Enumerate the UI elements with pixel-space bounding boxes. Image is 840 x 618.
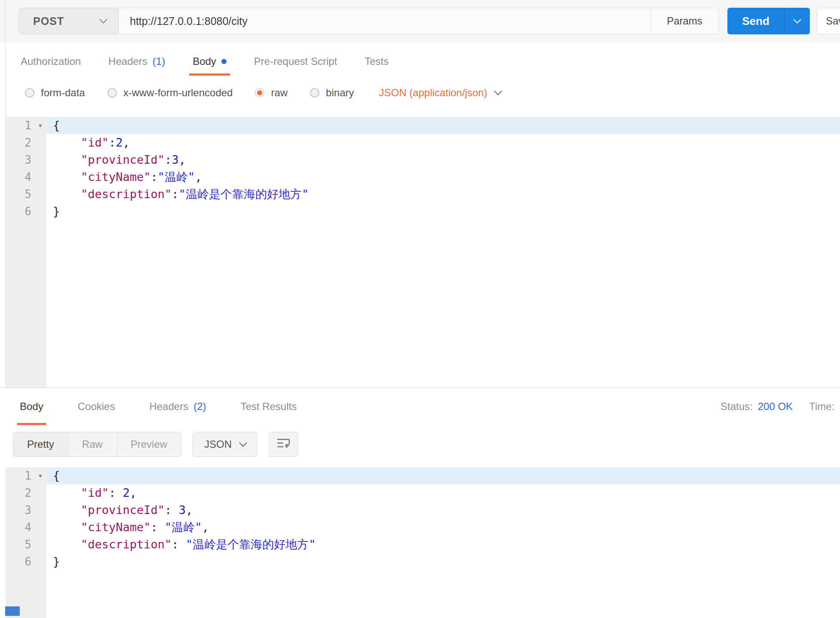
body-mode-binary[interactable]: binary [310, 87, 354, 99]
chevron-down-icon [99, 15, 107, 23]
code-line[interactable]: "provinceId":3, [46, 151, 840, 168]
request-tabs: Authorization Headers (1) Body Pre-reque… [0, 47, 840, 76]
content-type-label: JSON (application/json) [379, 87, 487, 99]
tab-tests[interactable]: Tests [365, 47, 389, 76]
method-dropdown[interactable]: POST [19, 8, 119, 34]
body-mode-raw[interactable]: raw [255, 87, 288, 99]
send-button-label[interactable]: Send [727, 8, 784, 34]
request-body-editor[interactable]: 1▾23456 { "id":2, "provinceId":3, "cityN… [0, 117, 840, 388]
code-token: : [165, 503, 179, 517]
tab-body[interactable]: Body [193, 47, 227, 76]
code-token: 3 [179, 503, 186, 517]
view-mode-preview[interactable]: Preview [117, 432, 181, 456]
response-status: Status: 200 OK Time: [720, 388, 834, 425]
content-type-dropdown[interactable]: JSON (application/json) [379, 87, 500, 99]
code-token: : [165, 153, 172, 166]
code-line[interactable]: { [46, 117, 840, 134]
code-token: "provinceId" [81, 503, 165, 517]
request-bar: POST http://127.0.0.1:8080/city Params S… [0, 0, 840, 42]
url-input[interactable]: http://127.0.0.1:8080/city [119, 8, 651, 34]
response-body-editor[interactable]: 1▾23456 { "id": 2, "provinceId": 3, "cit… [0, 467, 840, 618]
response-tab-test-results[interactable]: Test Results [240, 388, 297, 425]
body-mode-form-data[interactable]: form-data [25, 87, 85, 99]
line-number: 2 [6, 484, 45, 502]
tab-label: Test Results [240, 401, 297, 413]
code-token: } [53, 555, 60, 568]
line-number: 1▾ [6, 117, 45, 134]
tab-authorization[interactable]: Authorization [21, 47, 81, 76]
response-tab-headers[interactable]: Headers (2) [149, 388, 206, 425]
line-number: 6 [6, 203, 45, 220]
code-token: } [53, 205, 60, 218]
code-line[interactable]: { [46, 467, 840, 484]
code-line[interactable]: "id": 2, [46, 484, 840, 502]
code-line[interactable]: } [46, 553, 840, 570]
code-token: "温岭" [165, 520, 202, 534]
chevron-down-icon [239, 439, 247, 447]
wrap-lines-icon [276, 437, 290, 451]
body-mode-urlencoded[interactable]: x-www-form-urlencoded [107, 87, 233, 99]
response-editor-content[interactable]: { "id": 2, "provinceId": 3, "cityName": … [46, 467, 840, 618]
tab-headers[interactable]: Headers (1) [108, 47, 165, 76]
code-token: "温岭" [158, 170, 195, 184]
fold-arrow-icon[interactable]: ▾ [38, 467, 43, 484]
code-token: "cityName" [81, 520, 151, 534]
tab-pre-request-script[interactable]: Pre-request Script [254, 47, 337, 76]
code-line[interactable]: "cityName":"温岭", [46, 168, 840, 186]
radio-selected-icon [255, 88, 264, 98]
response-tab-body[interactable]: Body [20, 388, 43, 425]
save-button[interactable]: Save [817, 8, 840, 34]
params-button[interactable]: Params [651, 8, 719, 34]
tab-label: Headers [149, 401, 188, 413]
code-line[interactable]: "cityName": "温岭", [46, 519, 840, 536]
headers-count-badge: (1) [153, 55, 165, 67]
code-token: : [109, 486, 123, 499]
status-label: Status: [720, 401, 753, 413]
code-line[interactable]: } [46, 203, 840, 220]
chevron-down-icon [494, 87, 502, 95]
line-number: 5 [6, 536, 45, 553]
code-token: "id" [81, 136, 109, 149]
tab-label: Authorization [21, 55, 81, 67]
line-number: 6 [6, 553, 45, 570]
view-mode-group: Pretty Raw Preview [13, 432, 181, 457]
code-token: "cityName" [81, 170, 151, 184]
response-language-dropdown[interactable]: JSON [193, 432, 258, 457]
code-token [53, 538, 81, 551]
tab-label: Headers [108, 55, 147, 67]
code-token [53, 486, 81, 499]
body-present-dot-icon [221, 59, 227, 64]
code-line[interactable]: "id":2, [46, 134, 840, 151]
code-token: , [179, 153, 186, 166]
tab-label: Body [193, 55, 216, 67]
code-line[interactable]: "description": "温岭是个靠海的好地方" [46, 536, 840, 553]
code-token: , [202, 520, 209, 534]
line-number: 4 [6, 519, 45, 536]
code-token: : [151, 170, 158, 184]
tab-label: Cookies [78, 401, 115, 413]
code-token: : [172, 187, 178, 201]
code-line[interactable]: "provinceId": 3, [46, 502, 840, 519]
mode-label: binary [326, 87, 354, 99]
line-number: 3 [6, 151, 45, 168]
code-token [53, 170, 81, 184]
code-token: { [53, 119, 60, 132]
mode-label: form-data [41, 87, 85, 99]
request-editor-content[interactable]: { "id":2, "provinceId":3, "cityName":"温岭… [46, 117, 840, 388]
wrap-lines-button[interactable] [269, 432, 298, 457]
response-tabs: Body Cookies Headers (2) Test Results St… [0, 388, 840, 425]
code-token: "id" [81, 486, 109, 499]
send-button[interactable]: Send [727, 8, 810, 34]
view-mode-raw[interactable]: Raw [68, 432, 117, 456]
code-token: { [53, 469, 60, 482]
request-editor-gutter: 1▾23456 [6, 117, 46, 388]
view-mode-pretty[interactable]: Pretty [13, 432, 68, 456]
response-tab-cookies[interactable]: Cookies [78, 388, 115, 425]
code-token [53, 520, 81, 534]
code-token: , [195, 170, 202, 184]
code-line[interactable]: "description":"温岭是个靠海的好地方" [46, 186, 840, 203]
language-label: JSON [204, 438, 232, 450]
fold-arrow-icon[interactable]: ▾ [38, 117, 43, 134]
send-options-button[interactable] [784, 8, 810, 34]
code-token: : [172, 538, 186, 551]
